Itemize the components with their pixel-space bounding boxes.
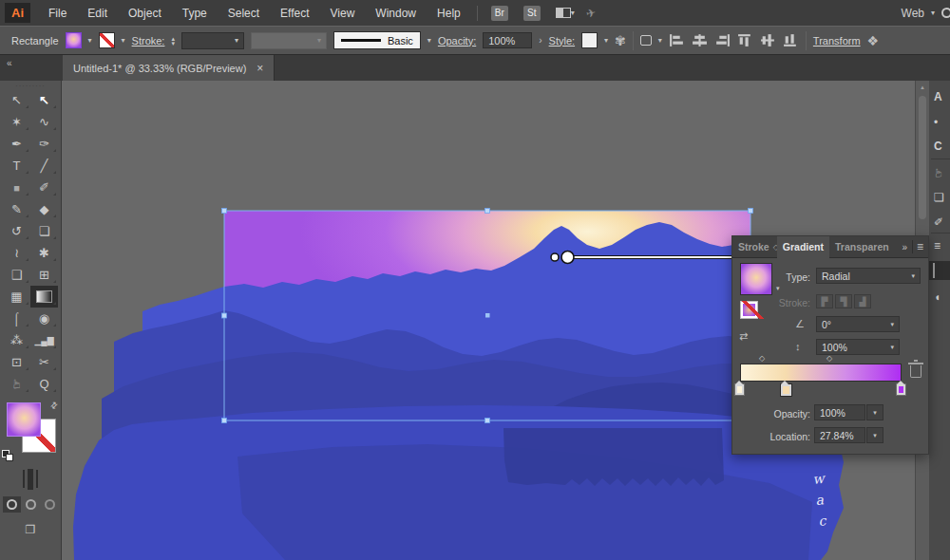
- stop-opacity-field[interactable]: 100%: [814, 404, 865, 420]
- reverse-gradient-icon[interactable]: ⇄: [739, 330, 748, 343]
- shape-builder-tool[interactable]: ❑: [3, 264, 30, 286]
- delete-stop-icon[interactable]: [910, 365, 922, 378]
- fill-indicator[interactable]: [7, 402, 41, 437]
- panel-menu-icon[interactable]: ≡: [915, 240, 928, 253]
- none-mode-button[interactable]: [34, 469, 40, 490]
- tab-overflow-icon[interactable]: »: [899, 242, 910, 252]
- paintbrush-tool[interactable]: ✐: [30, 177, 58, 198]
- dock-dot-icon[interactable]: •: [934, 116, 938, 129]
- swap-fill-stroke-icon[interactable]: ⇄: [48, 400, 60, 411]
- stop-location-chevron[interactable]: ▾: [866, 427, 884, 443]
- stroke-weight-dropdown[interactable]: ▾: [181, 32, 244, 49]
- stop-opacity-chevron[interactable]: ▾: [866, 404, 884, 420]
- transform-link[interactable]: Transform: [813, 35, 861, 47]
- gradient-angle-field[interactable]: 0°▾: [816, 316, 900, 332]
- zoom-tool[interactable]: Q: [30, 373, 58, 395]
- stock-button[interactable]: St: [523, 6, 541, 21]
- stroke-weight-label[interactable]: Stroke:: [132, 35, 165, 47]
- pencil-tool[interactable]: ✎: [3, 198, 30, 220]
- gradient-midpoint-icon[interactable]: ◇: [826, 354, 832, 363]
- gradient-stroke-thumbnail[interactable]: [740, 301, 758, 319]
- stroke-along-button[interactable]: ▜: [835, 294, 852, 308]
- dock-transparency-icon[interactable]: ◖: [934, 290, 940, 304]
- fill-chevron-icon[interactable]: ▾: [88, 37, 92, 45]
- magic-wand-tool[interactable]: ✶: [3, 111, 30, 133]
- tab-gradient[interactable]: Gradient: [777, 236, 829, 258]
- width-tool[interactable]: ≀: [3, 242, 30, 264]
- curvature-tool[interactable]: ✑: [30, 133, 58, 155]
- gradient-slider[interactable]: [740, 364, 902, 382]
- toolbar-collapse-button[interactable]: «: [0, 55, 62, 81]
- draw-normal-button[interactable]: [3, 496, 21, 513]
- mesh-tool[interactable]: ▦: [3, 286, 30, 308]
- opacity-arrow-icon[interactable]: ›: [539, 36, 542, 46]
- close-icon[interactable]: ×: [256, 62, 263, 75]
- fill-color-swatch[interactable]: [66, 32, 82, 48]
- menu-select[interactable]: Select: [218, 7, 270, 20]
- color-mode-button[interactable]: [21, 469, 27, 490]
- gradient-midpoint-icon[interactable]: ◇: [759, 354, 765, 363]
- dock-export-icon[interactable]: ❏: [934, 191, 944, 204]
- workspace-switcher[interactable]: Web: [902, 7, 924, 20]
- scrollbar-thumb[interactable]: [919, 96, 926, 219]
- brush-chevron-icon[interactable]: ▾: [428, 37, 431, 45]
- bridge-button[interactable]: Br: [491, 6, 508, 21]
- menu-file[interactable]: File: [38, 7, 77, 20]
- shape-properties-icon[interactable]: [640, 35, 652, 46]
- align-left-icon[interactable]: [669, 33, 685, 47]
- stroke-across-button[interactable]: ▟: [854, 294, 871, 308]
- recolor-artwork-icon[interactable]: ✾: [615, 33, 626, 48]
- lasso-tool[interactable]: ∿: [30, 111, 58, 133]
- dock-gradient-icon[interactable]: [929, 261, 950, 280]
- menu-object[interactable]: Object: [118, 7, 172, 20]
- aspect-ratio-field[interactable]: 100%▾: [816, 339, 900, 355]
- dock-brush-icon[interactable]: ✐: [934, 215, 943, 229]
- symbol-sprayer-tool[interactable]: ⁂: [3, 329, 30, 351]
- search-icon[interactable]: [941, 8, 950, 18]
- change-screen-mode-icon[interactable]: ❐: [0, 523, 61, 536]
- menu-edit[interactable]: Edit: [77, 7, 118, 20]
- blend-tool[interactable]: ◉: [30, 308, 58, 329]
- style-swatch[interactable]: [581, 32, 598, 48]
- align-vertical-center-icon[interactable]: [760, 33, 776, 47]
- opacity-field[interactable]: 100%: [483, 32, 532, 48]
- document-tab[interactable]: Untitled-1* @ 33.33% (RGB/Preview) ×: [63, 55, 275, 81]
- artboard-tool[interactable]: ⊡: [3, 351, 30, 373]
- tab-stroke[interactable]: Stroke: [732, 236, 775, 258]
- column-graph-tool[interactable]: ▁▄▇: [30, 329, 58, 351]
- eraser-tool[interactable]: ◆: [30, 198, 58, 220]
- stroke-within-button[interactable]: ▛: [816, 294, 833, 308]
- opacity-label[interactable]: Opacity:: [438, 35, 476, 47]
- gpu-performance-icon[interactable]: ✈: [584, 6, 597, 21]
- menu-type[interactable]: Type: [172, 7, 218, 20]
- stroke-chevron-icon[interactable]: ▾: [122, 37, 125, 45]
- dock-color-icon[interactable]: A: [934, 90, 942, 103]
- align-horizontal-center-icon[interactable]: [692, 33, 708, 47]
- arrange-documents-icon[interactable]: [556, 8, 571, 18]
- dock-hand-icon[interactable]: ☞: [932, 168, 945, 178]
- isolate-mode-icon[interactable]: ❖: [867, 33, 880, 48]
- style-chevron-icon[interactable]: ▾: [604, 37, 608, 45]
- align-top-icon[interactable]: [737, 33, 753, 47]
- eyedropper-tool[interactable]: ⌠: [3, 308, 30, 329]
- gradient-tool[interactable]: [30, 286, 58, 308]
- draw-inside-button[interactable]: [41, 496, 59, 513]
- stop-location-field[interactable]: 27.84%: [814, 427, 865, 443]
- chevron-down-icon[interactable]: ▾: [571, 9, 575, 17]
- style-label[interactable]: Style:: [549, 35, 576, 47]
- align-right-icon[interactable]: [714, 33, 731, 47]
- variable-width-dropdown[interactable]: ▾: [251, 32, 327, 49]
- gradient-mode-button[interactable]: [28, 469, 33, 490]
- menu-help[interactable]: Help: [427, 7, 471, 20]
- slice-tool[interactable]: ✂: [30, 351, 58, 373]
- type-tool[interactable]: T: [3, 155, 30, 177]
- stroke-weight-stepper[interactable]: ▴▾: [171, 36, 175, 46]
- menu-effect[interactable]: Effect: [270, 7, 319, 20]
- line-segment-tool[interactable]: ╱: [30, 155, 58, 177]
- brush-definition-dropdown[interactable]: Basic: [333, 31, 421, 49]
- gradient-preset-chevron-icon[interactable]: ▾: [776, 285, 780, 292]
- default-fill-stroke-icon[interactable]: [2, 450, 13, 461]
- hand-tool[interactable]: ☞: [3, 373, 30, 395]
- gradient-stop-2-selected[interactable]: [780, 383, 792, 397]
- shape-chevron-icon[interactable]: ▾: [658, 37, 662, 45]
